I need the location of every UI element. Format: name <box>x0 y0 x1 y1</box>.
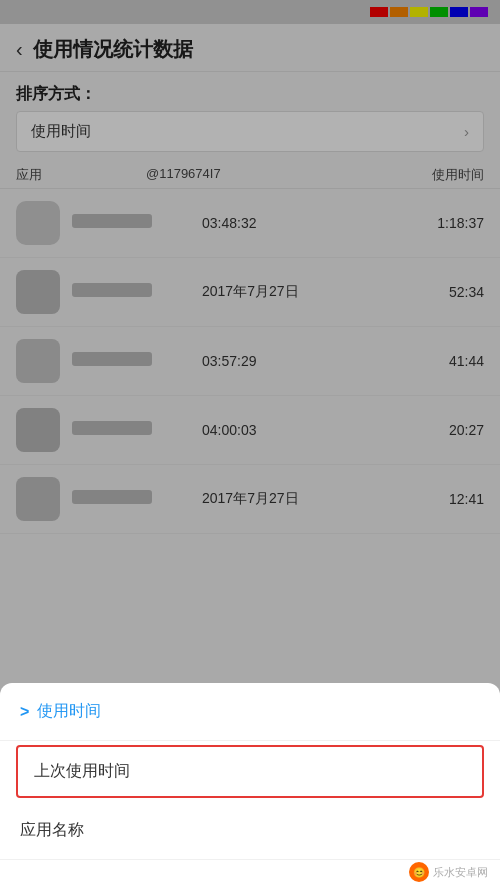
sheet-item-last-usage-time[interactable]: 上次使用时间 <box>16 745 484 798</box>
sheet-item-app-name[interactable]: 应用名称 <box>0 802 500 860</box>
watermark: 😊 乐水安卓网 <box>409 862 488 882</box>
watermark-icon: 😊 <box>409 862 429 882</box>
sheet-item-app-name-label: 应用名称 <box>20 821 84 838</box>
sheet-item-last-usage-time-label: 上次使用时间 <box>34 762 130 779</box>
sheet-item-usage-time[interactable]: 使用时间 <box>0 683 500 741</box>
screen: ‹ 使用情况统计数据 排序方式： 使用时间 › 应用 @1179674I7 使用… <box>0 0 500 890</box>
bottom-sheet: 使用时间 上次使用时间 应用名称 <box>0 683 500 890</box>
sheet-item-usage-time-label: 使用时间 <box>37 701 101 722</box>
watermark-text: 乐水安卓网 <box>433 865 488 880</box>
